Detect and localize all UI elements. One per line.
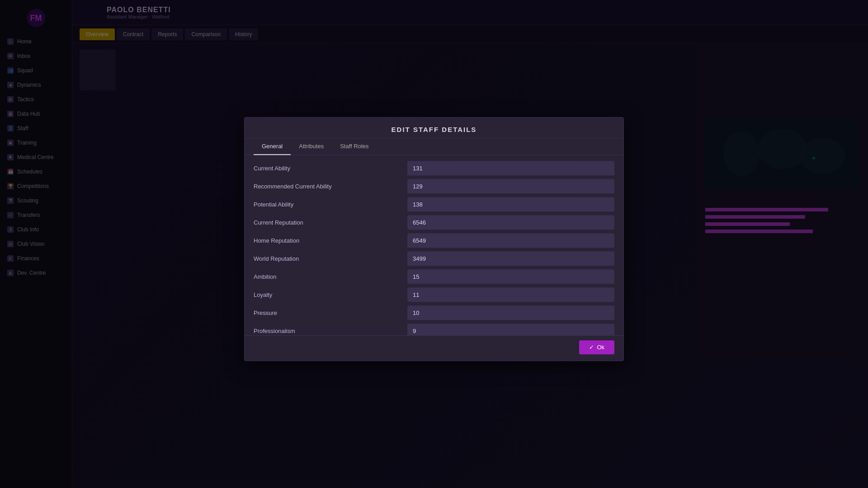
- input-loyalty[interactable]: [407, 287, 614, 302]
- input-professionalism[interactable]: [407, 324, 614, 335]
- input-ambition[interactable]: [407, 269, 614, 284]
- field-professionalism: Professionalism: [254, 323, 614, 335]
- checkmark-icon: ✓: [589, 344, 594, 351]
- field-ambition: Ambition: [254, 269, 614, 284]
- label-home-reputation: Home Reputation: [254, 237, 407, 244]
- label-pressure: Pressure: [254, 310, 407, 316]
- label-current-reputation: Current Reputation: [254, 219, 407, 226]
- label-loyalty: Loyalty: [254, 291, 407, 298]
- modal-title: EDIT STAFF DETAILS: [245, 117, 623, 138]
- edit-staff-modal: EDIT STAFF DETAILS General Attributes St…: [244, 117, 624, 361]
- field-current-ability: Current Ability: [254, 160, 614, 176]
- label-professionalism: Professionalism: [254, 328, 407, 334]
- input-world-reputation[interactable]: [407, 251, 614, 266]
- input-potential-ability[interactable]: [407, 197, 614, 211]
- modal-body: Current Ability Recommended Current Abil…: [245, 155, 623, 335]
- label-potential-ability: Potential Ability: [254, 201, 407, 208]
- input-home-reputation[interactable]: [407, 233, 614, 248]
- field-loyalty: Loyalty: [254, 287, 614, 302]
- label-recommended-ability: Recommended Current Ability: [254, 183, 407, 190]
- input-pressure[interactable]: [407, 305, 614, 320]
- modal-tab-attributes[interactable]: Attributes: [291, 138, 332, 155]
- field-world-reputation: World Reputation: [254, 251, 614, 266]
- modal-tab-general[interactable]: General: [254, 138, 291, 155]
- field-potential-ability: Potential Ability: [254, 197, 614, 212]
- field-pressure: Pressure: [254, 305, 614, 320]
- label-current-ability: Current Ability: [254, 165, 407, 172]
- field-recommended-ability: Recommended Current Ability: [254, 178, 614, 194]
- label-world-reputation: World Reputation: [254, 255, 407, 262]
- input-current-ability[interactable]: [407, 161, 614, 175]
- label-ambition: Ambition: [254, 273, 407, 280]
- ok-button[interactable]: ✓ Ok: [579, 340, 614, 354]
- modal-footer: ✓ Ok: [245, 335, 623, 361]
- field-current-reputation: Current Reputation: [254, 215, 614, 230]
- modal-tabs: General Attributes Staff Roles: [245, 138, 623, 155]
- input-current-reputation[interactable]: [407, 215, 614, 230]
- modal-tab-staffroles[interactable]: Staff Roles: [332, 138, 377, 155]
- field-home-reputation: Home Reputation: [254, 233, 614, 248]
- input-recommended-ability[interactable]: [407, 179, 614, 193]
